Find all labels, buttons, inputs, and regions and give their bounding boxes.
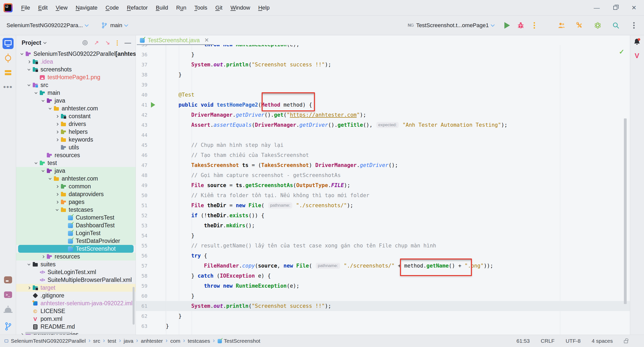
chevron-down-icon[interactable] bbox=[49, 107, 51, 109]
breadcrumb-item[interactable]: test bbox=[108, 338, 116, 344]
build-tool-window-button[interactable] bbox=[4, 276, 12, 283]
file-writable-lock-icon[interactable] bbox=[624, 340, 628, 343]
tree-row-testhomepage1-png[interactable]: testHomePage1.png bbox=[16, 73, 136, 81]
terminal-tool-window-button[interactable]: >_ bbox=[4, 291, 12, 298]
git-tool-window-button[interactable] bbox=[4, 322, 12, 331]
chevron-right-icon[interactable] bbox=[27, 286, 30, 289]
tree-horizontal-scrollbar[interactable] bbox=[25, 332, 70, 334]
project-selector[interactable]: SeleniumTestNG092022Para... bbox=[4, 20, 91, 31]
locate-file-icon[interactable] bbox=[83, 40, 88, 45]
chevron-down-icon[interactable] bbox=[56, 208, 58, 211]
chevron-down-icon[interactable] bbox=[49, 177, 51, 180]
menu-navigate[interactable]: Navigate bbox=[72, 3, 102, 13]
run-test-gutter-icon[interactable] bbox=[151, 102, 155, 108]
run-button[interactable] bbox=[504, 22, 511, 29]
breadcrumb-item[interactable]: anhtester bbox=[141, 338, 163, 344]
notifications-tool-window-button[interactable] bbox=[5, 308, 11, 312]
line-number[interactable]: 46 bbox=[136, 152, 149, 158]
line-number[interactable]: 62 bbox=[136, 313, 149, 319]
tree-row--gitignore[interactable]: .gitignore bbox=[16, 292, 136, 299]
tree-row-suitelogintest-xml[interactable]: </>SuiteLoginTest.xml bbox=[16, 268, 136, 276]
chevron-down-icon[interactable] bbox=[20, 52, 23, 55]
line-number[interactable]: 50 bbox=[136, 192, 149, 198]
tree-row-anhtester-selenium-java-092022-iml[interactable]: anhtester-selenium-java-092022.iml bbox=[16, 299, 136, 307]
tree-row-resources[interactable]: resources bbox=[16, 151, 136, 159]
breadcrumb-item[interactable]: testcases bbox=[188, 338, 210, 344]
line-number[interactable]: 55 bbox=[136, 243, 149, 249]
line-number[interactable]: 44 bbox=[136, 132, 149, 138]
chevron-down-icon[interactable] bbox=[42, 169, 44, 172]
line-number[interactable]: 48 bbox=[136, 172, 149, 178]
tree-row-testscreenshot[interactable]: TestScreenshot bbox=[18, 245, 134, 253]
tree-row-target[interactable]: target bbox=[16, 284, 136, 292]
tree-row-pom-xml[interactable]: Vpom.xml bbox=[16, 315, 136, 323]
menu-build[interactable]: Build bbox=[152, 3, 172, 13]
menu-window[interactable]: Window bbox=[226, 3, 254, 13]
tab-testscreenshot-java[interactable]: TestScreenshot.java ✕ bbox=[136, 35, 213, 45]
tree-row-anhtester-com[interactable]: anhtester.com bbox=[16, 175, 136, 183]
tree-row-license[interactable]: ©LICENSE bbox=[16, 307, 136, 315]
chevron-right-icon[interactable] bbox=[27, 60, 30, 63]
line-number[interactable]: 40 bbox=[136, 92, 149, 98]
line-number[interactable]: 52 bbox=[136, 212, 149, 219]
chevron-right-icon[interactable] bbox=[56, 138, 58, 141]
line-number[interactable]: 59 bbox=[136, 283, 149, 289]
line-number[interactable]: 45 bbox=[136, 142, 149, 148]
line-number[interactable]: 49 bbox=[136, 182, 149, 188]
line-number[interactable]: 53 bbox=[136, 223, 149, 229]
chevron-right-icon[interactable] bbox=[56, 115, 58, 118]
tree-row-test[interactable]: test bbox=[16, 159, 136, 167]
chevron-down-icon[interactable] bbox=[27, 263, 30, 265]
debug-button[interactable] bbox=[517, 22, 524, 29]
chevron-right-icon[interactable] bbox=[56, 185, 58, 188]
breadcrumb-item[interactable]: SeleniumTestNG092022Parallel bbox=[11, 338, 86, 344]
tree-row-java[interactable]: java bbox=[16, 167, 136, 175]
menu-edit[interactable]: Edit bbox=[34, 3, 52, 13]
menu-tools[interactable]: Tools bbox=[190, 3, 211, 13]
inspections-ok-icon[interactable]: ✓ bbox=[619, 48, 624, 56]
menu-view[interactable]: View bbox=[52, 3, 71, 13]
line-number[interactable]: 39 bbox=[136, 82, 149, 88]
line-number[interactable]: 37 bbox=[136, 62, 149, 68]
chevron-down-icon[interactable] bbox=[34, 91, 37, 94]
line-number[interactable]: 63 bbox=[136, 323, 149, 329]
more-run-options-button[interactable] bbox=[531, 22, 538, 29]
chevron-down-icon[interactable] bbox=[34, 161, 37, 164]
menu-file[interactable]: File bbox=[17, 3, 34, 13]
chevron-right-icon[interactable] bbox=[56, 131, 58, 133]
maven-tool-window-button[interactable]: V bbox=[635, 52, 639, 60]
menu-help[interactable]: Help bbox=[254, 3, 273, 13]
chevron-down-icon[interactable] bbox=[42, 99, 44, 102]
tree-row-java[interactable]: java bbox=[16, 97, 136, 105]
breadcrumb-item[interactable]: java bbox=[124, 338, 134, 344]
indent-style[interactable]: 4 spaces bbox=[592, 338, 613, 344]
chevron-down-icon[interactable] bbox=[27, 68, 30, 70]
chevron-down-icon[interactable] bbox=[27, 83, 30, 86]
main-menu-kebab-button[interactable] bbox=[630, 22, 637, 29]
tree-row-suites[interactable]: suites bbox=[16, 261, 136, 268]
breadcrumb-item[interactable]: TestScreenshot bbox=[224, 338, 260, 344]
close-button[interactable]: ✕ bbox=[628, 3, 639, 13]
line-number[interactable]: 60 bbox=[136, 293, 149, 299]
chevron-right-icon[interactable] bbox=[56, 201, 58, 203]
tree-row-keywords[interactable]: keywords bbox=[16, 136, 136, 144]
line-number[interactable]: 61 bbox=[136, 303, 149, 309]
tree-row-testcases[interactable]: testcases bbox=[16, 206, 136, 214]
close-tab-icon[interactable]: ✕ bbox=[204, 37, 209, 44]
tree-row-drivers[interactable]: drivers bbox=[16, 120, 136, 128]
commit-tool-window-button[interactable] bbox=[5, 55, 11, 61]
breadcrumb-item[interactable]: com bbox=[170, 338, 180, 344]
code-editor[interactable]: 35 throw new RuntimeException(e);36 }37 … bbox=[136, 45, 630, 335]
menu-run[interactable]: Run bbox=[172, 3, 190, 13]
tree-row-common[interactable]: common bbox=[16, 183, 136, 190]
notifications-button[interactable] bbox=[633, 38, 641, 47]
tree-row-screenshots[interactable]: screenshots bbox=[16, 66, 136, 73]
line-number[interactable]: 54 bbox=[136, 233, 149, 239]
line-number[interactable]: 47 bbox=[136, 162, 149, 168]
more-tool-windows-button[interactable]: ••• bbox=[3, 83, 13, 91]
run-configuration-selector[interactable]: NG TestScreenshot.t...omePage1 bbox=[405, 20, 497, 31]
line-separator[interactable]: CRLF bbox=[541, 338, 555, 344]
line-number[interactable]: 58 bbox=[136, 273, 149, 279]
tree-row-pages[interactable]: pages bbox=[16, 198, 136, 206]
editor-vertical-scrollbar[interactable] bbox=[624, 118, 627, 304]
